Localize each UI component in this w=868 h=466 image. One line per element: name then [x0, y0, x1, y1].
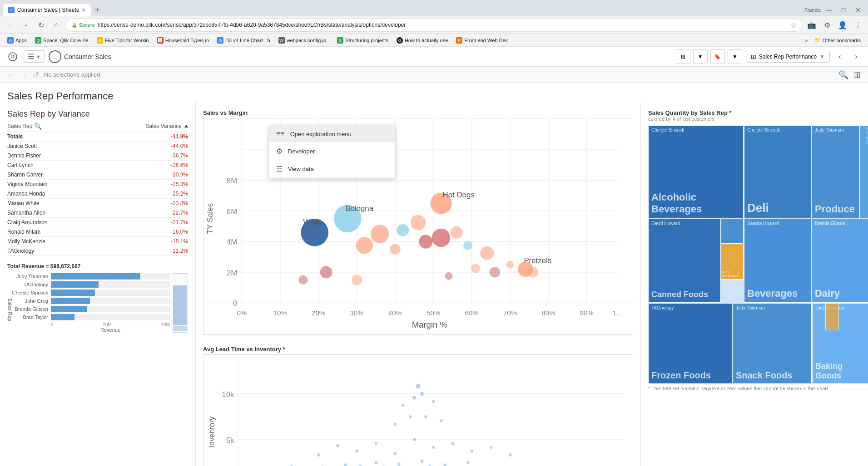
table-row-totals[interactable]: Totals -11.9%	[7, 132, 188, 142]
middle-panel: Sales vs Margin	[195, 102, 641, 466]
ctx-menu-item-exploration[interactable]: ≡≡ Open exploration menu	[269, 125, 395, 142]
selection-bar: ← → ↺ No selections applied 🔍 ⊞	[0, 67, 868, 83]
context-menu[interactable]: ≡≡ Open exploration menu ⚙ Developer ☰ V…	[268, 125, 396, 178]
app-menu-button[interactable]: ↺	[5, 49, 20, 64]
column-search-icon[interactable]: 🔍	[34, 123, 42, 130]
page-title-area: Sales Rep Performance	[0, 83, 868, 102]
sheet-selector[interactable]: ⊞ Sales Rep Performance ▼	[746, 51, 830, 63]
search-icon[interactable]: 🔍	[838, 70, 848, 80]
bar-container	[51, 273, 170, 280]
tab-close-button[interactable]: ×	[82, 6, 85, 14]
present-button[interactable]: ⊞	[676, 49, 690, 64]
bookmark-five-tips[interactable]: N Five Tips for Workin	[93, 36, 153, 44]
table-row[interactable]: Molly McKenzie -15.1%	[7, 237, 188, 246]
row-name: Totals	[7, 133, 134, 140]
table-row[interactable]: Craig Amundson -21.7%	[7, 218, 188, 227]
svg-point-60	[528, 267, 539, 278]
table-row[interactable]: Dennis Fisher -36.7%	[7, 151, 188, 161]
leadtime-svg: Inventory 0 5k 10k	[203, 355, 633, 466]
tab-title: Consumer Sales | Sheets	[17, 7, 79, 13]
bookmark-star[interactable]: ☆	[790, 21, 797, 29]
bookmark-webpack[interactable]: W webpack.config.js -	[275, 36, 333, 44]
back-button[interactable]: ←	[4, 19, 16, 31]
treemap-cell-deli[interactable]: Cheryle Sincock Deli	[744, 125, 811, 218]
maximize-button[interactable]: □	[837, 4, 850, 16]
clear-selections-icon: ↺	[33, 70, 39, 79]
bookmark-qlik[interactable]: Q Space: Qlik Core Be	[31, 36, 92, 44]
table-row[interactable]: Amanda Honda -25.2%	[7, 189, 188, 199]
forward-button[interactable]: →	[19, 19, 32, 31]
bookmark-d3[interactable]: D D3 v4 Line Chart - b	[213, 36, 273, 44]
svg-point-148	[432, 446, 435, 449]
svg-point-163	[440, 419, 443, 422]
next-sheet-button[interactable]: ›	[850, 50, 863, 63]
app-nav-dropdown[interactable]: ☰ ▼	[24, 50, 45, 63]
bookmark-button[interactable]: 🔖	[710, 49, 725, 64]
home-button[interactable]: ⌂	[50, 19, 63, 31]
selection-expand-icon[interactable]: ⊞	[854, 70, 861, 80]
bookmark-favicon: G	[397, 37, 403, 44]
table-row[interactable]: Cart Lynch -36.6%	[7, 161, 188, 170]
table-row[interactable]: Marian White -23.8%	[7, 199, 188, 208]
table-row[interactable]: Samantha Allen -22.7%	[7, 208, 188, 218]
app-header: ↺ ☰ ▼ ○ Consumer Sales ⊞ ▼ 🔖 ▼ ⊞ Sales R…	[0, 47, 868, 67]
bookmark-github[interactable]: G How to actually use	[393, 36, 451, 44]
bookmark-favicon: 🅴	[157, 37, 164, 44]
profile-button[interactable]: 👤	[836, 19, 849, 31]
treemap-cell-beverages[interactable]: Sandra Howard Beverages	[744, 219, 811, 303]
treemap-cell-frozen[interactable]: TAGnology Frozen Foods	[648, 303, 732, 384]
treemap-subtitle: colored by # of lost customers	[648, 116, 861, 122]
table-row[interactable]: Janice Scott -44.0%	[7, 142, 188, 151]
bookmark-household[interactable]: 🅴 Household Types in	[154, 36, 213, 44]
ctx-menu-item-developer[interactable]: ⚙ Developer	[269, 142, 395, 160]
more-bookmarks-button[interactable]: »	[805, 38, 808, 43]
svg-text:Margin %: Margin %	[412, 320, 447, 329]
mini-bar	[173, 285, 187, 325]
ctx-menu-item-viewdata[interactable]: ☰ View data	[269, 160, 395, 178]
treemap-cell-karl[interactable]: Karl Anderson	[721, 243, 744, 280]
new-tab-button[interactable]: +	[91, 4, 104, 16]
bookmark-dropdown[interactable]: ▼	[728, 49, 742, 64]
table-row[interactable]: Viginia Mountain -25.3%	[7, 180, 188, 189]
refresh-button[interactable]: ↻	[35, 19, 47, 31]
treemap-cell-dairy[interactable]: Brenda Gibson Dairy	[812, 219, 868, 303]
address-bar[interactable]: 🔒 Secure https://sense-demo.qlik.com/sen…	[65, 18, 803, 32]
treemap-cell-johgreg[interactable]: John Greg	[860, 125, 868, 218]
row-value: -30.9%	[134, 172, 188, 178]
svg-text:0%: 0%	[237, 309, 247, 317]
table-row[interactable]: Ronald Milam -16.0%	[7, 227, 188, 237]
close-button[interactable]: ×	[852, 4, 864, 16]
treemap-cell-canned[interactable]: David Howard Canned Foods	[648, 219, 721, 303]
extensions-button[interactable]: ⚙	[821, 19, 833, 31]
bar-fill	[51, 306, 87, 312]
revenue-bar-chart: Judy Thurman TAGnology	[7, 273, 170, 333]
bookmark-favicon: F	[456, 37, 462, 44]
bar-fill	[51, 298, 90, 304]
cast-button[interactable]: 📺	[805, 19, 818, 31]
treemap-cell-baking[interactable]: Judy Thurman BakingGoods	[812, 303, 868, 384]
svg-point-58	[471, 264, 480, 273]
treemap-cell-alcoholic[interactable]: Cheryle Sincock AlcoholicBeverages	[648, 125, 744, 218]
table-row[interactable]: TAGnology -11.2%	[7, 246, 188, 256]
analysis-button[interactable]: ▼	[693, 49, 708, 64]
bookmark-structuring[interactable]: S Structuring projects	[333, 36, 392, 44]
active-tab[interactable]: C Consumer Sales | Sheets ×	[3, 4, 91, 16]
svg-point-133	[397, 462, 401, 466]
prev-sheet-button[interactable]: ‹	[833, 50, 846, 63]
menu-button[interactable]: ⋮	[852, 19, 864, 31]
svg-point-160	[401, 403, 404, 407]
svg-point-157	[420, 392, 424, 395]
bookmark-frontend[interactable]: F Front-end Web Dev	[452, 36, 511, 44]
table-row[interactable]: Sharon Carver -30.9%	[7, 170, 188, 180]
treemap-cell-small1[interactable]	[721, 219, 744, 243]
row-value: -11.2%	[134, 248, 188, 254]
minimize-button[interactable]: ─	[823, 4, 835, 16]
other-bookmarks[interactable]: 📁 Other bookmarks	[811, 36, 864, 44]
bookmark-apps[interactable]: A Apps	[4, 36, 30, 44]
treemap-cell-produce[interactable]: Judy Thurman Produce	[812, 125, 859, 218]
treemap-cell-snack[interactable]: Judy Thurman Snack Foods	[733, 303, 812, 384]
leadtime-title: Avg Lead Time vs Inventory *	[203, 346, 633, 353]
mini-bar-chart	[172, 273, 188, 333]
svg-point-46	[411, 215, 426, 230]
svg-text:4M: 4M	[227, 238, 237, 246]
